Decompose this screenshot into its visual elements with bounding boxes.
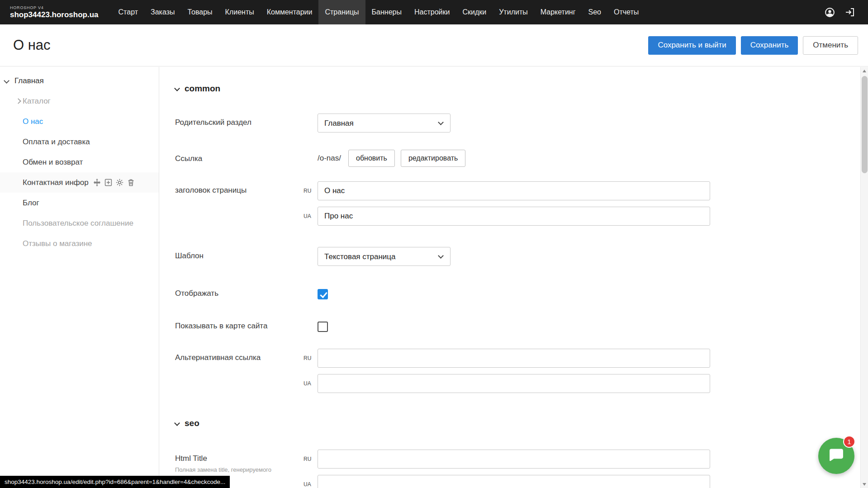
form-row-alt-link: Альтернативная ссылка RU UA (175, 349, 860, 393)
save-and-exit-button[interactable]: Сохранить и выйти (648, 36, 735, 55)
sidebar-item-otzyvy-o-magazine[interactable]: Отзывы о магазине (0, 233, 159, 254)
nav-item-settings[interactable]: Настройки (408, 0, 456, 24)
parent-section-select-control[interactable]: Главная (318, 114, 451, 133)
alt-link-ua-input[interactable] (318, 374, 710, 393)
cancel-button[interactable]: Отменить (803, 36, 858, 55)
alt-link-ru-input[interactable] (318, 349, 710, 368)
move-icon[interactable] (93, 179, 101, 186)
chat-unread-badge: 1 (843, 436, 855, 448)
lang-tag-ua: UA (304, 380, 311, 387)
sidebar-item-label: Пользовательское соглашение (23, 219, 133, 228)
edit-link-button[interactable]: редактировать (401, 150, 465, 167)
html-title-ua-input[interactable] (318, 475, 710, 488)
chat-launcher-button[interactable]: 1 (818, 438, 854, 474)
sidebar-item-o-nas[interactable]: О нас (0, 111, 159, 132)
link-path-value: /o-nas/ (318, 154, 341, 163)
scroll-down-arrow-icon[interactable] (861, 480, 868, 488)
nav-item-comments[interactable]: Комментарии (261, 0, 319, 24)
chevron-down-icon (174, 420, 180, 426)
nav-item-start[interactable]: Старт (112, 0, 144, 24)
html-title-hint: Полная замена title, генерируемого (175, 466, 318, 474)
sidebar-item-label: Главная (14, 76, 44, 85)
nav-item-discounts[interactable]: Скидки (456, 0, 493, 24)
nav-item-products[interactable]: Товары (181, 0, 219, 24)
lang-tag-ua: UA (304, 213, 311, 219)
chevron-down-icon[interactable] (4, 78, 9, 84)
sidebar-item-label: Блог (23, 199, 39, 208)
gear-icon[interactable] (116, 179, 123, 186)
field-label: заголовок страницы (175, 181, 318, 226)
nav-item-pages[interactable]: Страницы (318, 0, 365, 24)
refresh-link-button[interactable]: обновить (348, 150, 395, 167)
template-select-control[interactable]: Текстовая страница (318, 247, 451, 266)
sidebar-item-label: Отзывы о магазине (23, 239, 92, 248)
trash-icon[interactable] (127, 179, 135, 186)
sitemap-checkbox[interactable] (318, 322, 328, 332)
lang-tag-ua: UA (304, 481, 311, 488)
nav-item-utilities[interactable]: Утилиты (493, 0, 534, 24)
sidebar-item-polzovatelskoe-soglashenie[interactable]: Пользовательское соглашение (0, 213, 159, 233)
sidebar-item-label: Контактная инфор (23, 178, 89, 187)
parent-section-select[interactable]: Главная (318, 114, 451, 133)
sidebar-item-oplata-i-dostavka[interactable]: Оплата и доставка (0, 132, 159, 152)
nav-item-banners[interactable]: Баннеры (365, 0, 408, 24)
sidebar-item-kontaktnaya-informatsiya[interactable]: Контактная инфор (0, 172, 159, 193)
form-row-parent-section: Родительский раздел Главная (175, 114, 860, 133)
section-title: common (185, 84, 220, 94)
sidebar-item-label: Каталог (23, 97, 51, 106)
html-title-ru-input[interactable] (318, 450, 710, 469)
sidebar-item-label: Оплата и доставка (23, 137, 90, 147)
form-row-link: Ссылка /o-nas/ обновить редактировать (175, 150, 860, 167)
page-header: О нас Сохранить и выйти Сохранить Отмени… (0, 24, 868, 66)
nav-right-actions (824, 0, 868, 24)
chat-bubble-icon (828, 446, 845, 465)
field-label: Показывать в карте сайта (175, 320, 318, 332)
chevron-down-icon (174, 85, 180, 91)
nav-item-marketing[interactable]: Маркетинг (534, 0, 582, 24)
section-title: seo (185, 418, 199, 428)
page-title-ua-input[interactable] (318, 207, 710, 226)
save-button[interactable]: Сохранить (741, 36, 798, 55)
header-buttons: Сохранить и выйти Сохранить Отменить (648, 36, 858, 55)
form-row-page-title: заголовок страницы RU UA (175, 181, 860, 226)
form-row-display: Отображать (175, 287, 860, 299)
sidebar-item-label: О нас (23, 117, 43, 126)
form-row-html-title: Html Title Полная замена title, генериру… (175, 450, 860, 488)
page-edit-form: common Родительский раздел Главная Ссылк… (160, 67, 860, 488)
chevron-right-icon[interactable] (15, 98, 21, 104)
section-header-common[interactable]: common (175, 84, 860, 94)
sidebar-item-katalog[interactable]: Каталог (0, 91, 159, 111)
logout-icon[interactable] (844, 7, 855, 18)
field-label: Родительский раздел (175, 114, 318, 133)
pages-tree-sidebar: Главная Каталог О нас Оплата и доставка … (0, 67, 159, 488)
lang-tag-ru: RU (304, 355, 311, 361)
sidebar-item-obmen-i-vozvrat[interactable]: Обмен и возврат (0, 152, 159, 172)
nav-item-clients[interactable]: Клиенты (219, 0, 261, 24)
section-header-seo[interactable]: seo (175, 418, 860, 428)
template-select[interactable]: Текстовая страница (318, 247, 451, 266)
sidebar-item-glavnaya[interactable]: Главная (0, 71, 159, 91)
nav-item-reports[interactable]: Отчеты (607, 0, 645, 24)
form-row-template: Шаблон Текстовая страница (175, 247, 860, 266)
user-account-icon[interactable] (824, 7, 835, 18)
scrollbar-thumb[interactable] (862, 76, 868, 173)
nav-item-seo[interactable]: Seo (582, 0, 607, 24)
app-logo[interactable]: HOROSHOP V4 shop34423.horoshop.ua (0, 0, 112, 24)
top-navbar: HOROSHOP V4 shop34423.horoshop.ua Старт … (0, 0, 868, 24)
field-label: Альтернативная ссылка (175, 349, 318, 393)
add-page-icon[interactable] (104, 179, 112, 186)
status-url-bar: shop34423.horoshop.ua/edit/edit.php?id=6… (0, 476, 230, 488)
vertical-scrollbar[interactable] (860, 67, 868, 488)
logo-shop-name: shop34423.horoshop.ua (10, 10, 99, 19)
sidebar-item-label: Обмен и возврат (23, 158, 83, 167)
form-row-sitemap: Показывать в карте сайта (175, 320, 860, 332)
field-label: Отображать (175, 287, 318, 299)
html-title-label: Html Title (175, 454, 318, 463)
sidebar-item-blog[interactable]: Блог (0, 193, 159, 213)
scroll-up-arrow-icon[interactable] (861, 67, 868, 75)
display-checkbox[interactable] (318, 289, 328, 299)
page-title-ru-input[interactable] (318, 181, 710, 200)
lang-tag-ru: RU (304, 456, 311, 462)
nav-item-orders[interactable]: Заказы (144, 0, 181, 24)
logo-version-label: HOROSHOP V4 (10, 5, 99, 10)
